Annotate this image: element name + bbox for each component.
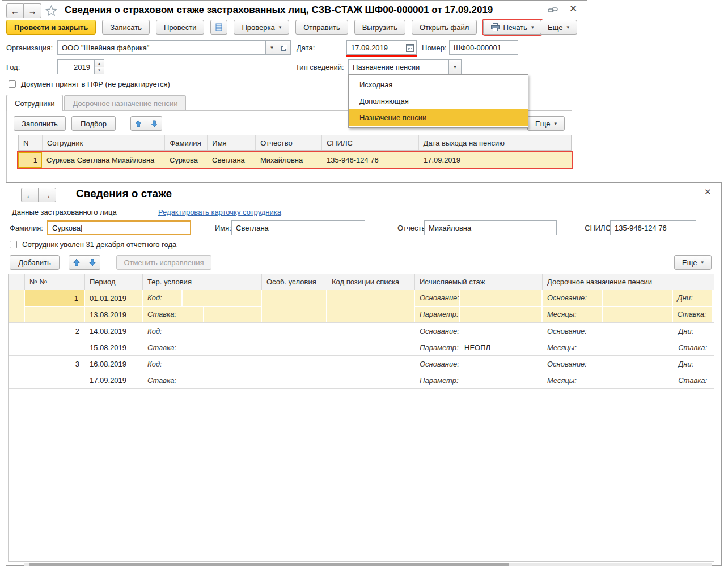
row-special-cell[interactable] (262, 356, 327, 388)
menu-item-ishodnaya[interactable]: Исходная (349, 76, 528, 93)
move-down-button[interactable] (146, 116, 162, 131)
experience-row[interactable]: 2 14.08.2019 15.08.2019 Код: Ставка: Осн… (9, 323, 714, 356)
back-button[interactable]: ← (21, 188, 39, 202)
employee-row-n[interactable]: 1 (18, 152, 42, 168)
row-calculated-cell[interactable]: Основание: Параметр: (415, 356, 543, 388)
toolbar-more-button[interactable]: Еще▾ (540, 20, 577, 35)
back-button[interactable]: ← (6, 3, 24, 18)
organization-dropdown-button[interactable]: ▾ (266, 40, 278, 55)
edit-employee-card-link[interactable]: Редактировать карточку сотрудника (158, 208, 281, 216)
col-territorial[interactable]: Тер. условия (143, 274, 262, 290)
post-and-close-button[interactable]: Провести и закрыть (6, 20, 96, 35)
close-icon[interactable]: ✕ (569, 4, 577, 14)
row-period-cell[interactable]: 16.08.2019 17.09.2019 (85, 356, 143, 388)
lastname-input[interactable]: Суркова| (47, 220, 191, 235)
year-input[interactable]: 2019 (57, 59, 95, 74)
undo-corrections-button[interactable]: Отменить исправления (116, 255, 211, 270)
col-calculated-experience[interactable]: Исчисляемый стаж (415, 274, 543, 290)
col-period[interactable]: Период (85, 274, 143, 290)
row-list-code-cell[interactable] (327, 356, 415, 388)
row-special-cell[interactable] (262, 290, 327, 322)
col-snils[interactable]: СНИЛС (322, 135, 419, 150)
col-middlename[interactable]: Отчество (256, 135, 322, 150)
menu-item-naznachenie-pensii[interactable]: Назначение пенсии (349, 109, 528, 126)
print-button[interactable]: Печать▾ (483, 20, 541, 35)
col-number[interactable]: № № (25, 274, 85, 290)
organization-field[interactable]: ООО "Швейная фабрика" ▾ (57, 40, 291, 55)
spin-up-icon[interactable]: ▲ (95, 60, 104, 67)
move-down-button[interactable] (84, 255, 100, 270)
employee-row-firstname[interactable]: Светлана (208, 152, 256, 168)
experience-row[interactable]: 1 01.01.2019 13.08.2019 Код: Ставка: Осн… (9, 290, 714, 323)
spin-down-icon[interactable]: ▼ (95, 67, 104, 74)
col-selector[interactable] (9, 274, 25, 290)
tab-early-pension[interactable]: Досрочное назначение пенсии (64, 95, 186, 111)
open-file-button[interactable]: Открыть файл (412, 20, 477, 35)
pfr-accepted-checkbox[interactable] (9, 80, 16, 88)
send-button[interactable]: Отправить (295, 20, 348, 35)
middlename-input[interactable]: Михайловна (424, 220, 557, 235)
organization-open-button[interactable] (278, 40, 291, 55)
col-firstname[interactable]: Имя (208, 135, 256, 150)
row-territorial-cell[interactable]: Код: Ставка: (143, 290, 262, 322)
info-type-dropdown-button[interactable]: ▾ (449, 59, 462, 74)
row-number-cell[interactable]: 2 (25, 323, 85, 355)
experience-more-button[interactable]: Еще▾ (674, 255, 712, 270)
employee-row-middlename[interactable]: Михайловна (256, 152, 322, 168)
info-type-value[interactable]: Назначение пенсии (348, 59, 449, 74)
row-selector-cell[interactable] (9, 323, 25, 355)
pick-button[interactable]: Подбор (71, 116, 116, 131)
employees-more-button[interactable]: Еще▾ (527, 116, 565, 131)
col-special[interactable]: Особ. условия (262, 274, 327, 290)
horizontal-scrollbar[interactable] (24, 563, 712, 566)
document-structure-button[interactable] (210, 20, 227, 35)
number-input[interactable]: ШФ00-000001 (449, 40, 518, 55)
row-list-code-cell[interactable] (327, 290, 415, 322)
year-spinner[interactable]: ▲▼ (95, 59, 104, 74)
row-special-cell[interactable] (262, 323, 327, 355)
forward-button[interactable]: → (24, 3, 41, 18)
write-button[interactable]: Записать (102, 20, 150, 35)
close-icon[interactable]: ✕ (704, 188, 712, 196)
row-calculated-cell[interactable]: Основание: Параметр: (415, 290, 543, 322)
col-list-position-code[interactable]: Код позиции списка (327, 274, 415, 290)
row-list-code-cell[interactable] (327, 323, 415, 355)
forward-button[interactable]: → (39, 188, 56, 202)
move-up-button[interactable] (130, 116, 146, 131)
check-button[interactable]: Проверка▾ (234, 20, 289, 35)
dismissed-checkbox[interactable] (10, 241, 17, 248)
post-button[interactable]: Провести (156, 20, 205, 35)
employee-row-snils[interactable]: 135-946-124 76 (322, 152, 419, 168)
info-type-combo[interactable]: Назначение пенсии ▾ (348, 59, 462, 74)
col-employee[interactable]: Сотрудник (43, 135, 166, 150)
col-lastname[interactable]: Фамилия (165, 135, 208, 150)
firstname-input[interactable]: Светлана (231, 220, 365, 235)
experience-row[interactable]: 3 16.08.2019 17.09.2019 Код: Ставка: Осн… (9, 356, 714, 389)
add-button[interactable]: Добавить (10, 255, 60, 270)
row-early-pension-cell[interactable]: Основание:Дни: Месяцы:Ставка: (543, 356, 714, 388)
row-territorial-cell[interactable]: Код: Ставка: (143, 356, 262, 388)
row-calculated-cell[interactable]: Основание: Параметр:НЕОПЛ (415, 323, 543, 355)
favorite-star-icon[interactable] (45, 5, 57, 16)
row-selector-cell[interactable] (9, 356, 25, 388)
employee-row-retirement-date[interactable]: 17.09.2019 (419, 152, 572, 168)
unload-button[interactable]: Выгрузить (354, 20, 405, 35)
col-n[interactable]: N (19, 135, 43, 150)
row-selector-cell[interactable] (9, 290, 25, 322)
row-period-cell[interactable]: 14.08.2019 15.08.2019 (85, 323, 143, 355)
row-number-cell[interactable]: 3 (25, 356, 85, 388)
row-early-pension-cell[interactable]: Основание:Дни: Месяцы:Ставка: (543, 323, 714, 355)
row-territorial-cell[interactable]: Код: Ставка: (143, 323, 262, 355)
scrollbar-thumb[interactable] (29, 563, 509, 566)
snils-input[interactable]: 135-946-124 76 (610, 220, 696, 235)
row-early-pension-cell[interactable]: Основание:Дни: Месяцы:Ставка: (543, 290, 714, 322)
col-early-pension[interactable]: Досрочное назначение пенсии (543, 274, 714, 290)
organization-value[interactable]: ООО "Швейная фабрика" (57, 40, 266, 55)
get-link-icon[interactable] (548, 6, 558, 15)
employee-row-lastname[interactable]: Суркова (165, 152, 208, 168)
calendar-icon[interactable] (406, 44, 414, 52)
col-retirement-date[interactable]: Дата выхода на пенсию (419, 135, 571, 150)
row-number-cell[interactable]: 1 (25, 290, 85, 322)
move-up-button[interactable] (69, 255, 84, 270)
tab-employees[interactable]: Сотрудники (6, 95, 63, 111)
